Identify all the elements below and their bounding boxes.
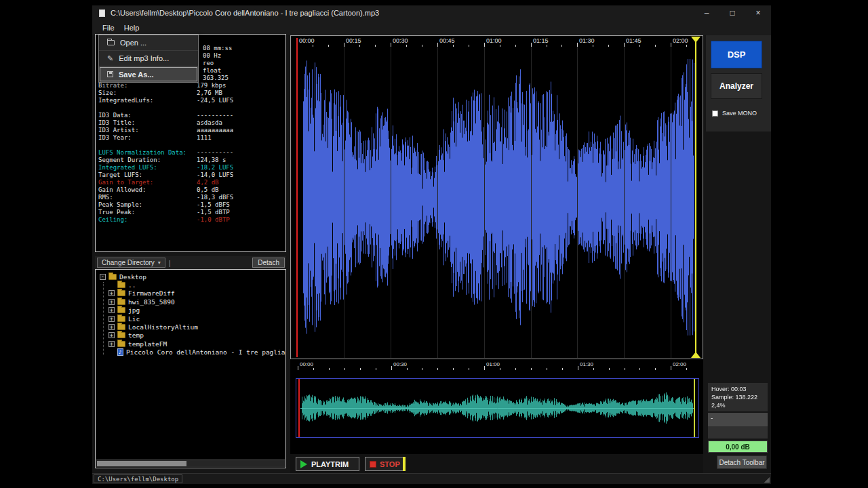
info-label: Gain Allowed: (98, 186, 146, 193)
resize-grip[interactable]: ◢ (764, 476, 770, 483)
tree-item[interactable]: -Desktop (96, 272, 285, 281)
change-directory-button[interactable]: Change Directory ▾ (97, 258, 165, 268)
detach-button[interactable]: Detach (252, 258, 285, 268)
tree-item-label: FirmwareDiff (128, 289, 175, 297)
tree-item[interactable]: +templateFM (96, 340, 285, 348)
audio-file-icon (117, 348, 123, 356)
ruler-time-label: 00:30 (393, 361, 407, 367)
ruler-tick (562, 368, 563, 370)
save-mono-checkbox[interactable] (712, 110, 718, 117)
menu-file[interactable]: File (98, 22, 119, 34)
analyzer-button[interactable]: Analyzer (711, 73, 762, 99)
gridline (624, 47, 625, 358)
menu-item-open-label: Open ... (120, 39, 146, 47)
tree-item[interactable]: .. (96, 281, 285, 289)
close-button[interactable]: × (745, 5, 771, 20)
tree-item-label: hwi_835_5890 (128, 298, 175, 306)
menu-bar: File Help (92, 20, 771, 35)
tree-expander-icon[interactable]: + (108, 299, 115, 305)
info-row: Segment Duration:124,38 s (98, 157, 285, 164)
playtrim-label: PLAYTRIM (311, 460, 349, 468)
tree-item[interactable]: +jpg (96, 306, 285, 314)
folder-icon (117, 282, 125, 288)
ruler-tick (609, 368, 610, 370)
ruler-time-label: 01:00 (486, 37, 502, 44)
gain-display: 0,00 dB (708, 441, 768, 453)
gridline (531, 47, 532, 358)
overview-waveform-box[interactable] (296, 378, 699, 438)
trim-end-handle-bottom-icon[interactable] (691, 352, 701, 358)
waveform-overview[interactable] (296, 379, 698, 437)
info-label: ID3 Title: (98, 119, 135, 126)
info-value: 00 Hz (203, 52, 221, 60)
info-label: Target LUFS: (98, 171, 142, 178)
info-label: ID3 Year: (98, 134, 132, 141)
ruler-tick (500, 368, 500, 370)
info-label: Bitrate: (98, 82, 127, 89)
scrollbar-thumb[interactable] (97, 461, 186, 466)
tree-item[interactable]: +temp (96, 331, 285, 340)
tree-item[interactable]: +LocalHistoryAltium (96, 323, 285, 331)
hover-time: Hover: 00:03 (711, 385, 764, 393)
menu-item-edit-mp3-info[interactable]: ✎ Edit mp3 Info... (99, 51, 198, 66)
ruler-tick (686, 368, 687, 370)
misc-panel-text: - (708, 413, 768, 426)
tree-item[interactable]: Piccolo Coro dellAntoniano - I tre pagli… (96, 348, 285, 357)
folder-icon (117, 316, 125, 322)
window-title: C:\Users\fellm\Desktop\Piccolo Coro dell… (111, 9, 379, 17)
ruler-tick (376, 368, 376, 370)
tree-horizontal-scrollbar[interactable] (96, 460, 285, 467)
directory-bar-divider: | (169, 259, 171, 267)
info-row: IntegratedLufs:-24,5 LUFS (98, 97, 285, 104)
detach-toolbar-button[interactable]: Detach Toolbar (717, 455, 767, 469)
tree-item[interactable]: +hwi_835_5890 (96, 298, 285, 306)
tree-expander-icon[interactable]: + (108, 324, 115, 330)
tree-item-label: temp (128, 331, 144, 339)
dsp-button[interactable]: DSP (711, 41, 762, 68)
waveform-main[interactable] (291, 47, 703, 359)
tree-expander-icon[interactable]: + (108, 290, 115, 296)
trim-start-marker[interactable] (296, 38, 298, 357)
transport-yellow-marker[interactable] (403, 457, 406, 471)
tree-item[interactable]: +Lic (96, 314, 285, 323)
trim-end-marker[interactable] (695, 38, 696, 357)
play-icon (300, 460, 307, 468)
tree-item-label: templateFM (128, 340, 167, 348)
overview-end-marker[interactable] (694, 379, 695, 437)
gridline (437, 47, 438, 358)
overview-start-marker[interactable] (298, 379, 300, 437)
info-value: aaaaaaaaaa (197, 127, 233, 134)
ruler-tick (437, 368, 438, 370)
menu-help[interactable]: Help (119, 22, 144, 34)
info-row: Peak Sample:-1,5 dBFS (98, 201, 285, 209)
ruler-time-label: 00:00 (300, 361, 313, 367)
tree-expander-icon[interactable]: + (108, 307, 115, 313)
menu-item-save-as-label: Save As... (119, 70, 154, 79)
ruler-tick (547, 368, 547, 370)
ruler-tick (329, 368, 330, 370)
stop-button[interactable]: STOP (365, 457, 404, 471)
hover-percent: 2,4% (711, 401, 764, 409)
ruler-tick (671, 366, 671, 370)
gridline (344, 47, 344, 358)
ruler-time-label: 00:30 (393, 37, 408, 44)
tree-expander-icon[interactable]: - (100, 274, 106, 280)
pencil-icon: ✎ (107, 55, 113, 62)
info-value: -1,5 dBTP (197, 209, 230, 216)
info-row: Target LUFS:-14,0 LUFS (98, 171, 285, 179)
tree-expander-icon[interactable]: + (108, 332, 115, 338)
ruler-tick (298, 366, 298, 370)
info-value: 0,5 dB (197, 186, 219, 194)
tree-expander-icon[interactable]: + (108, 316, 115, 322)
minimize-button[interactable]: – (694, 5, 719, 20)
folder-icon (117, 332, 125, 338)
menu-item-save-as[interactable]: Save As... (99, 66, 198, 82)
menu-item-open[interactable]: Open ... (99, 35, 198, 51)
playtrim-button[interactable]: PLAYTRIM (296, 457, 359, 471)
maximize-button[interactable]: □ (719, 5, 745, 20)
save-icon (107, 71, 113, 77)
tree-item[interactable]: +FirmwareDiff (96, 289, 285, 298)
tree-expander-icon[interactable]: + (108, 341, 115, 347)
trim-end-handle-top-icon[interactable] (691, 37, 701, 43)
main-waveform-panel: 00:0000:1500:3000:4501:0001:1501:3001:45… (290, 35, 703, 359)
